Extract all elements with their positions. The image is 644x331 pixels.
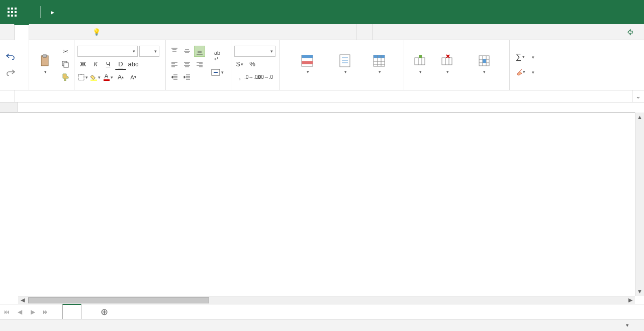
share-button[interactable] (618, 24, 644, 40)
delete-cells-icon (440, 54, 454, 68)
cut-button[interactable]: ✂ (60, 46, 71, 57)
svg-rect-54 (374, 55, 385, 58)
group-label-font (77, 87, 162, 89)
undo-button[interactable] (5, 51, 16, 62)
bold-button[interactable]: Ж (77, 59, 88, 70)
delete-cells-button[interactable] (434, 47, 459, 82)
survey-button[interactable] (334, 47, 356, 82)
italic-button[interactable]: К (90, 59, 101, 70)
svg-rect-63 (442, 58, 452, 65)
row-headers (0, 113, 18, 296)
wrap-text-button[interactable]: ab↵ (210, 51, 224, 62)
increase-font-button[interactable]: A▴ (115, 72, 126, 83)
scroll-down-button[interactable]: ▼ (635, 287, 644, 296)
clear-button[interactable] (515, 66, 526, 77)
comma-style-button[interactable]: , (234, 72, 245, 83)
ribbon-tabs: 💡 (0, 24, 644, 40)
align-left-button[interactable] (169, 59, 180, 70)
underline-button[interactable]: Ч (103, 59, 114, 70)
align-center-button[interactable] (181, 59, 193, 70)
format-cells-icon (477, 54, 491, 68)
group-label-tables (283, 87, 401, 89)
find-select-button[interactable] (531, 68, 534, 75)
percent-button[interactable]: % (247, 59, 258, 70)
insert-cells-button[interactable] (407, 47, 432, 82)
format-cells-button[interactable] (462, 47, 506, 82)
fx-label[interactable] (0, 90, 15, 102)
scroll-left-button[interactable]: ◀ (18, 297, 27, 303)
redo-button[interactable] (5, 67, 16, 78)
format-painter-button[interactable] (60, 71, 71, 82)
svg-rect-0 (8, 8, 10, 10)
borders-button[interactable] (77, 72, 88, 83)
sort-filter-button[interactable] (531, 53, 534, 60)
svg-rect-14 (90, 79, 97, 80)
status-menu[interactable]: ▾ (626, 322, 629, 328)
sheet-nav-last[interactable]: ⏭ (39, 304, 52, 319)
font-color-button[interactable]: A (103, 72, 114, 83)
align-top-button[interactable] (169, 46, 180, 57)
table-icon (372, 54, 386, 68)
svg-rect-1 (11, 8, 13, 10)
autosum-button[interactable]: ∑ (515, 51, 526, 62)
sheet-nav-next[interactable]: ▶ (26, 304, 39, 319)
strikethrough-button[interactable]: abc (128, 59, 139, 70)
lightbulb-icon: 💡 (93, 28, 101, 36)
align-middle-button[interactable] (181, 46, 193, 57)
spreadsheet-grid[interactable]: ▲ ▼ ◀ ▶ (0, 102, 644, 304)
group-label-undo (3, 87, 26, 89)
scroll-up-button[interactable]: ▲ (635, 113, 644, 122)
tab-review[interactable] (57, 24, 71, 40)
svg-rect-13 (78, 74, 84, 80)
vertical-scrollbar[interactable]: ▲ ▼ (635, 113, 644, 296)
horizontal-scroll-thumb[interactable] (28, 297, 209, 303)
edit-in-excel-button[interactable] (356, 24, 373, 40)
double-underline-button[interactable]: D (115, 59, 126, 70)
font-size-select[interactable]: ▾ (139, 46, 159, 57)
tell-me-search[interactable]: 💡 (85, 28, 111, 36)
svg-rect-10 (43, 55, 47, 57)
fill-color-button[interactable] (90, 72, 101, 83)
add-sheet-button[interactable]: ⊕ (97, 306, 112, 317)
ribbon: ✂ ▾ ▾ Ж К Ч D abc A A▴ (0, 40, 644, 90)
svg-rect-2 (15, 8, 17, 10)
cells-area[interactable] (18, 113, 635, 296)
sheet-nav-first[interactable]: ⏮ (0, 304, 13, 319)
decrease-decimal-button[interactable]: .00→.0 (259, 72, 270, 83)
decrease-font-button[interactable]: A▾ (128, 72, 139, 83)
app-launcher-icon[interactable] (0, 0, 24, 24)
tab-data[interactable] (43, 24, 57, 40)
merge-cells-button[interactable] (210, 67, 224, 78)
svg-rect-48 (302, 61, 313, 64)
tab-insert[interactable] (29, 24, 43, 40)
align-bottom-button[interactable] (194, 46, 205, 57)
increase-decimal-button[interactable]: .0→.00 (247, 72, 258, 83)
copy-button[interactable] (60, 59, 71, 70)
scroll-right-button[interactable]: ▶ (626, 297, 635, 303)
svg-rect-6 (8, 15, 10, 17)
format-as-table-button[interactable] (358, 47, 401, 82)
currency-button[interactable]: $ (234, 59, 245, 70)
tab-file[interactable] (0, 24, 14, 40)
increase-indent-button[interactable] (181, 72, 193, 83)
select-all-corner[interactable] (0, 102, 18, 113)
font-name-select[interactable]: ▾ (77, 46, 138, 57)
svg-rect-62 (419, 55, 422, 58)
breadcrumb: ▸ (41, 8, 64, 16)
sheet-nav-prev[interactable]: ◀ (13, 304, 26, 319)
tab-home[interactable] (14, 24, 29, 40)
align-right-button[interactable] (194, 59, 205, 70)
conditional-formatting-button[interactable] (283, 47, 332, 82)
sheet-tab-active[interactable] (62, 304, 81, 319)
breadcrumb-sep: ▸ (51, 8, 54, 16)
share-icon (626, 29, 633, 36)
svg-rect-73 (483, 59, 486, 63)
tab-view[interactable] (71, 24, 85, 40)
formula-input[interactable] (15, 90, 632, 102)
expand-formula-bar-button[interactable]: ⌄ (632, 90, 644, 102)
decrease-indent-button[interactable] (169, 72, 180, 83)
horizontal-scrollbar[interactable]: ◀ ▶ (18, 296, 635, 304)
paste-button[interactable] (32, 47, 58, 82)
number-format-select[interactable]: ▾ (234, 46, 275, 57)
status-bar: ▾ (0, 319, 644, 331)
